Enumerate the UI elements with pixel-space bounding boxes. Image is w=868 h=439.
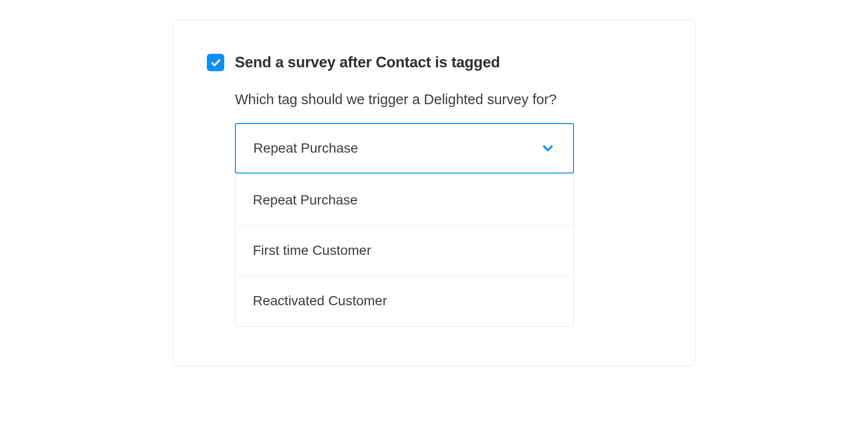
settings-card: Send a survey after Contact is tagged Wh… bbox=[172, 19, 696, 366]
check-icon bbox=[210, 57, 221, 68]
tag-question-label: Which tag should we trigger a Delighted … bbox=[235, 92, 661, 108]
tag-dropdown: Repeat Purchase Repeat Purchase First ti… bbox=[235, 123, 574, 327]
tag-dropdown-selected: Repeat Purchase bbox=[253, 141, 358, 156]
tag-option-label: First time Customer bbox=[253, 243, 371, 258]
trigger-config-block: Which tag should we trigger a Delighted … bbox=[207, 92, 661, 327]
send-survey-checkbox[interactable] bbox=[207, 54, 224, 71]
tag-option[interactable]: Reactivated Customer bbox=[235, 276, 574, 326]
trigger-heading: Send a survey after Contact is tagged bbox=[235, 54, 500, 71]
chevron-down-icon bbox=[540, 141, 556, 156]
tag-option-label: Repeat Purchase bbox=[253, 192, 357, 208]
tag-option-label: Reactivated Customer bbox=[253, 293, 387, 309]
tag-dropdown-list: Repeat Purchase First time Customer Reac… bbox=[235, 174, 574, 327]
trigger-header-row: Send a survey after Contact is tagged bbox=[207, 54, 661, 71]
tag-option[interactable]: Repeat Purchase bbox=[235, 175, 574, 225]
tag-dropdown-button[interactable]: Repeat Purchase bbox=[235, 123, 574, 173]
tag-option[interactable]: First time Customer bbox=[235, 225, 574, 276]
